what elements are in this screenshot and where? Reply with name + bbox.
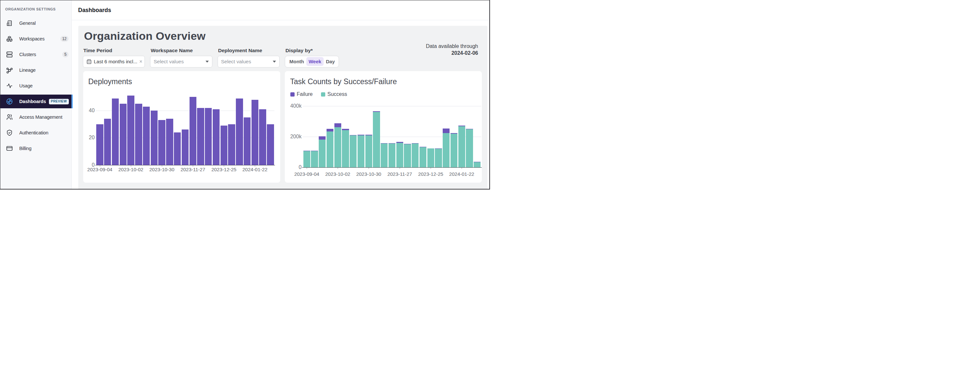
bar[interactable] [326, 129, 333, 168]
bar-segment-deployments [213, 109, 220, 165]
bar[interactable] [420, 147, 426, 167]
sidebar-item-label: General [19, 21, 35, 26]
bar[interactable] [334, 123, 341, 167]
display-by-day[interactable]: Day [324, 57, 337, 66]
bar-segment-success [350, 135, 356, 167]
x-axis-label: 2023-10-02 [118, 167, 143, 172]
bar-segment-success [427, 148, 434, 167]
bar[interactable] [458, 126, 465, 167]
bar[interactable] [267, 124, 274, 165]
bar[interactable] [303, 151, 310, 168]
bar-segment-failure [326, 129, 333, 131]
bar[interactable] [251, 100, 258, 165]
content-area: Organization Overview Time Period Last 6… [72, 20, 489, 190]
bar[interactable] [228, 124, 235, 165]
bar[interactable] [166, 119, 173, 165]
sidebar-title: ORGANIZATION SETTINGS [0, 7, 72, 11]
bar[interactable] [443, 129, 450, 167]
display-by-month[interactable]: Month [287, 57, 306, 66]
x-axis-label: 2023-12-25 [418, 171, 443, 177]
y-axis-label: 200k [285, 134, 301, 139]
sidebar-item-authentication[interactable]: Authentication [0, 126, 72, 140]
sidebar-item-workspaces[interactable]: Workspaces12 [0, 32, 72, 46]
bar[interactable] [182, 129, 189, 165]
workspace-select[interactable]: Select values [150, 56, 212, 68]
bar[interactable] [143, 107, 150, 165]
bar-segment-failure [334, 123, 341, 127]
x-axis-label: 2023-11-27 [180, 167, 205, 172]
bar[interactable] [319, 136, 326, 167]
bar[interactable] [381, 143, 388, 167]
bar[interactable] [213, 109, 220, 165]
bar[interactable] [404, 144, 411, 167]
preview-badge: PREVIEW [49, 99, 69, 104]
bar[interactable] [174, 132, 181, 165]
x-axis-label: 2024-01-22 [242, 167, 267, 172]
display-by-week[interactable]: Week [306, 57, 324, 66]
bar[interactable] [311, 151, 318, 168]
bar[interactable] [197, 108, 204, 165]
plot-area [303, 83, 481, 167]
bar[interactable] [244, 118, 251, 165]
plot-area [96, 80, 274, 165]
display-by-segmented: Month Week Day [285, 56, 339, 68]
bar-segment-deployments [267, 124, 274, 165]
bar[interactable] [127, 96, 134, 165]
bar[interactable] [350, 135, 356, 168]
sidebar-item-label: Dashboards [19, 99, 46, 104]
sidebar-item-general[interactable]: General [0, 16, 72, 30]
bar[interactable] [158, 120, 165, 165]
bar[interactable] [112, 99, 119, 165]
charts-row: Deployments 020402023-09-042023-10-02202… [83, 71, 482, 183]
sidebar-item-label: Billing [19, 146, 31, 151]
bar[interactable] [365, 135, 372, 167]
bar-segment-success [358, 135, 364, 168]
x-axis-tick [369, 168, 369, 169]
bar[interactable] [205, 108, 212, 165]
bar[interactable] [342, 129, 349, 167]
x-axis-label: 2024-01-22 [449, 171, 474, 177]
bar-segment-success [420, 147, 426, 167]
bar[interactable] [259, 109, 266, 165]
bar[interactable] [135, 104, 142, 165]
sidebar-item-access-management[interactable]: Access Management [0, 110, 72, 124]
bar[interactable] [189, 97, 196, 165]
bar[interactable] [388, 143, 395, 167]
bar-segment-success [466, 129, 473, 167]
bar[interactable] [450, 133, 457, 167]
bar[interactable] [151, 111, 158, 165]
x-axis-label: 2023-09-04 [294, 171, 320, 177]
sidebar-item-dashboards[interactable]: DashboardsPREVIEW [0, 95, 72, 108]
bar[interactable] [474, 162, 480, 167]
sidebar-nav: GeneralWorkspaces12Clusters5LineageUsage… [0, 16, 72, 155]
bar-segment-deployments [112, 99, 119, 165]
bar[interactable] [221, 126, 228, 165]
bar-segment-deployments [96, 124, 103, 165]
clear-time-period-icon[interactable]: × [139, 59, 142, 64]
time-period-input[interactable]: Last 6 months incl... × [83, 56, 145, 68]
sidebar-item-label: Lineage [19, 67, 35, 73]
bar[interactable] [358, 135, 364, 167]
legend-swatch-failure[interactable] [290, 92, 294, 97]
bar-segment-deployments [259, 109, 266, 165]
bar[interactable] [96, 124, 103, 165]
bar[interactable] [236, 99, 243, 165]
deployment-select[interactable]: Select values [218, 56, 280, 68]
bar-segment-success [303, 151, 310, 167]
bar[interactable] [435, 148, 442, 167]
sidebar-item-billing[interactable]: Billing [0, 142, 72, 155]
bar-segment-success [326, 131, 333, 168]
bar-segment-deployments [174, 132, 181, 165]
bar-segment-deployments [143, 107, 150, 165]
bar[interactable] [396, 142, 403, 167]
bar[interactable] [427, 148, 434, 168]
bar[interactable] [104, 119, 111, 165]
sidebar-item-label: Authentication [19, 130, 48, 135]
bar[interactable] [466, 129, 473, 168]
bar[interactable] [120, 104, 127, 165]
sidebar-item-usage[interactable]: Usage [0, 79, 72, 92]
sidebar-item-lineage[interactable]: Lineage [0, 63, 72, 77]
bar[interactable] [373, 111, 380, 168]
bar[interactable] [412, 143, 418, 167]
sidebar-item-clusters[interactable]: Clusters5 [0, 48, 72, 61]
